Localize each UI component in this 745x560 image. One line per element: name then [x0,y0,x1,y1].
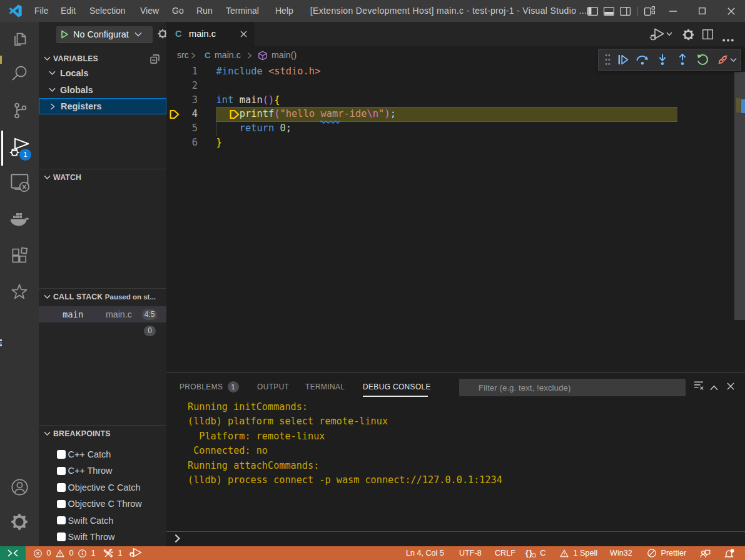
chevron-right-icon [50,103,55,110]
menu-help[interactable]: Help [275,0,293,22]
breadcrumb-symbol[interactable]: main() [271,46,296,64]
cursor-position[interactable]: Ln 4, Col 5 [406,546,444,560]
debug-status[interactable] [129,546,142,560]
menu-terminal[interactable]: Terminal [226,0,259,22]
split-editor-icon[interactable] [702,29,713,42]
customize-layout-icon[interactable] [644,0,655,22]
step-out-icon[interactable] [676,49,689,70]
checkbox[interactable] [57,450,66,459]
tab-main-c[interactable]: C main.c [166,22,255,46]
tab-debug-console[interactable]: DEBUG CONSOLE [363,380,431,394]
console-prompt-chevron[interactable] [175,534,180,543]
console-line: (lldb) platform select remote-linux [188,414,388,429]
close-tab-icon[interactable] [240,31,247,38]
tab-terminal[interactable]: TERMINAL [305,380,345,394]
clear-console-icon[interactable] [694,381,704,392]
more-actions-icon[interactable] [722,33,734,44]
variables-scope-globals[interactable]: Globals [39,82,166,98]
toggle-secondary-sidebar-icon[interactable] [619,0,631,22]
docker-icon[interactable] [0,201,39,238]
menu-edit[interactable]: Edit [61,0,76,22]
maximize-panel-icon[interactable] [710,382,718,393]
variables-scope-registers[interactable]: Registers [39,98,166,114]
code-area[interactable]: 1 2 3 4 5 6 #include <stdio.h> int main(… [166,64,745,372]
window-edge-artifact [0,56,2,64]
minimize-button[interactable] [666,0,681,22]
menu-go[interactable]: Go [172,0,184,22]
tab-strip: C main.c [166,22,745,46]
checkbox[interactable] [57,532,66,541]
checkbox[interactable] [57,516,66,525]
variables-scope-locals[interactable]: Locals [39,65,166,81]
feedback-icon[interactable] [700,546,711,560]
breakpoint-row[interactable]: Swift Throw [39,529,166,545]
explorer-icon[interactable] [0,21,39,58]
breakpoint-row[interactable]: C++ Catch [39,446,166,462]
account-icon[interactable] [0,469,39,505]
run-and-debug-icon[interactable] [0,129,39,165]
spell-checker-status[interactable]: 1 Spell [560,546,597,560]
language-mode[interactable]: {} C [525,546,545,560]
source-control-icon[interactable] [0,92,39,129]
checkbox[interactable] [57,500,66,509]
activity-bar: 1 [0,22,39,546]
remote-explorer-icon[interactable] [0,165,39,201]
toggle-panel-icon[interactable] [603,0,614,22]
call-stack-section-header[interactable]: CALL STACK Paused on st... [39,288,166,305]
console-filter-input[interactable] [459,379,686,396]
maximize-button[interactable] [694,0,709,22]
variables-section-header[interactable]: VARIABLES [39,50,166,67]
formatter-status[interactable]: Prettier [647,546,686,560]
tab-problems[interactable]: PROBLEMS [180,380,223,394]
call-stack-frame-main[interactable]: main main.c 4:5 [39,306,166,322]
search-icon[interactable] [0,56,39,92]
extensions-icon[interactable] [0,238,39,274]
ports-status[interactable]: 1 [103,546,123,560]
menu-file[interactable]: File [34,0,49,22]
toggle-sidebar-icon[interactable] [587,0,598,22]
run-or-debug-button[interactable] [649,28,672,44]
close-panel-icon[interactable] [727,381,734,392]
disconnect-icon[interactable] [715,49,730,70]
close-window-button[interactable] [724,0,739,22]
breakpoint-row[interactable]: Swift Catch [39,512,166,528]
menu-selection[interactable]: Selection [89,0,126,22]
console-line: Running attachCommands: [188,459,319,473]
restart-icon[interactable] [695,49,710,70]
problems-status[interactable]: 0 0 1 [34,546,96,560]
chevron-down-icon [44,294,51,299]
debug-config-dropdown[interactable]: No Configurat [56,26,153,42]
call-stack-session-row[interactable]: 0 [39,322,166,339]
continue-icon[interactable] [616,49,630,70]
debug-toolbar[interactable] [598,49,741,71]
chevron-down-icon[interactable] [729,49,737,70]
editor-group: C main.c [166,22,745,372]
settings-gear-icon[interactable] [0,504,39,540]
editor-settings-gear-icon[interactable] [682,29,694,43]
step-into-icon[interactable] [656,49,669,70]
breakpoints-section-header[interactable]: BREAKPOINTS [39,425,166,442]
watch-section-header[interactable]: WATCH [39,169,166,186]
breakpoint-row[interactable]: Objective C Throw [39,496,166,512]
notifications-bell-icon[interactable] [724,546,734,560]
platform-status[interactable]: Win32 [610,546,632,560]
checkbox[interactable] [57,483,66,492]
eol-sequence[interactable]: CRLF [495,546,515,560]
console-line: Connected: no [188,444,268,458]
menu-run[interactable]: Run [196,0,213,22]
breadcrumb-folder[interactable]: src [177,46,189,64]
breakpoint-row[interactable]: Objective C Catch [39,479,166,496]
encoding[interactable]: UTF-8 [459,546,482,560]
step-over-icon[interactable] [635,49,650,70]
toolbar-gripper[interactable] [602,49,612,70]
tab-output[interactable]: OUTPUT [257,380,289,394]
code-line-4: printf("hello wamr-ide\n"); [216,107,396,121]
checkbox[interactable] [57,467,66,476]
breadcrumb-file[interactable]: main.c [215,46,241,64]
collapse-all-icon[interactable] [150,54,160,64]
remote-indicator[interactable] [0,546,26,560]
star-icon[interactable] [0,274,39,310]
breakpoint-row[interactable]: C++ Throw [39,462,166,479]
bottom-panel: PROBLEMS 1 OUTPUT TERMINAL DEBUG CONSOLE… [166,372,745,546]
menu-view[interactable]: View [140,0,159,22]
